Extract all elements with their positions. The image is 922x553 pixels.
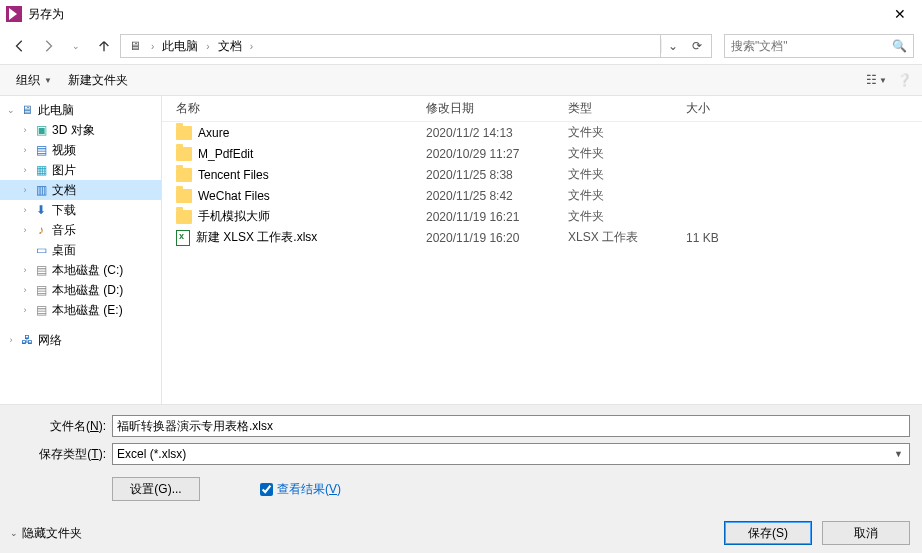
column-headers: 名称 修改日期 类型 大小: [162, 96, 922, 122]
file-rows: Axure2020/11/2 14:13文件夹M_PdfEdit2020/10/…: [162, 122, 922, 248]
toolbar: 组织 ▼ 新建文件夹 ☷▼ ❔: [0, 64, 922, 96]
pc-icon: 🖥: [129, 39, 141, 53]
hide-folders-label: 隐藏文件夹: [22, 525, 82, 542]
organize-label: 组织: [16, 72, 40, 89]
search-box[interactable]: 🔍: [724, 34, 914, 58]
expand-icon[interactable]: ›: [20, 205, 30, 215]
forward-button[interactable]: [36, 34, 60, 58]
tree-disk-d[interactable]: ›▤本地磁盘 (D:): [0, 280, 161, 300]
file-row[interactable]: M_PdfEdit2020/10/29 11:27文件夹: [162, 143, 922, 164]
expand-icon[interactable]: ›: [20, 165, 30, 175]
tree-documents[interactable]: ›▥文档: [0, 180, 161, 200]
expand-icon[interactable]: ⌄: [6, 105, 16, 115]
file-row[interactable]: Axure2020/11/2 14:13文件夹: [162, 122, 922, 143]
col-type[interactable]: 类型: [560, 100, 678, 117]
file-type: 文件夹: [560, 124, 678, 141]
breadcrumb[interactable]: 🖥 › 此电脑 › 文档 ›: [120, 34, 661, 58]
file-type: 文件夹: [560, 208, 678, 225]
tree-3d-objects[interactable]: ›▣3D 对象: [0, 120, 161, 140]
col-size[interactable]: 大小: [678, 100, 778, 117]
refresh-button[interactable]: ⟳: [683, 39, 711, 53]
tree-disk-c[interactable]: ›▤本地磁盘 (C:): [0, 260, 161, 280]
tree-this-pc[interactable]: ⌄ 🖥 此电脑: [0, 100, 161, 120]
tree-label: 本地磁盘 (C:): [52, 262, 123, 279]
new-folder-label: 新建文件夹: [68, 72, 128, 89]
file-date: 2020/10/29 11:27: [418, 147, 560, 161]
file-row[interactable]: 手机模拟大师2020/11/19 16:21文件夹: [162, 206, 922, 227]
tree-videos[interactable]: ›▤视频: [0, 140, 161, 160]
expand-icon[interactable]: ›: [20, 265, 30, 275]
main-area: ⌄ 🖥 此电脑 ›▣3D 对象 ›▤视频 ›▦图片 ›▥文档 ›⬇下载 ›♪音乐…: [0, 96, 922, 404]
cancel-button[interactable]: 取消: [822, 521, 910, 545]
view-icon: ☷: [866, 73, 877, 87]
view-result-label: 查看结果(V): [277, 481, 341, 498]
file-row[interactable]: 新建 XLSX 工作表.xlsx2020/11/19 16:20XLSX 工作表…: [162, 227, 922, 248]
file-name: Tencent Files: [198, 168, 269, 182]
expand-icon[interactable]: ›: [6, 335, 16, 345]
expand-icon[interactable]: ›: [20, 185, 30, 195]
filename-input[interactable]: [112, 415, 910, 437]
tree-label: 文档: [52, 182, 76, 199]
filetype-combo[interactable]: Excel (*.xlsx) ▼: [112, 443, 910, 465]
file-name: Axure: [198, 126, 229, 140]
tree-network[interactable]: ›🖧网络: [0, 330, 161, 350]
back-button[interactable]: [8, 34, 32, 58]
search-icon[interactable]: 🔍: [892, 39, 907, 53]
settings-button[interactable]: 设置(G)...: [112, 477, 200, 501]
folder-icon: [176, 147, 192, 161]
tree-downloads[interactable]: ›⬇下载: [0, 200, 161, 220]
expand-icon[interactable]: ›: [20, 125, 30, 135]
help-button[interactable]: ❔: [897, 73, 912, 87]
crumb-documents[interactable]: 文档: [216, 38, 244, 55]
breadcrumb-dropdown[interactable]: ⌄: [661, 39, 683, 53]
recent-dropdown[interactable]: ⌄: [64, 34, 88, 58]
chevron-right-icon: ›: [200, 41, 215, 52]
expand-icon[interactable]: ›: [20, 285, 30, 295]
search-input[interactable]: [731, 39, 892, 53]
file-date: 2020/11/25 8:38: [418, 168, 560, 182]
close-icon[interactable]: ✕: [884, 2, 916, 26]
save-button[interactable]: 保存(S): [724, 521, 812, 545]
cube-icon: ▣: [33, 122, 49, 138]
view-options-button[interactable]: ☷▼: [866, 73, 887, 87]
download-icon: ⬇: [33, 202, 49, 218]
tree-disk-e[interactable]: ›▤本地磁盘 (E:): [0, 300, 161, 320]
help-icon: ❔: [897, 73, 912, 87]
expand-icon[interactable]: ›: [20, 225, 30, 235]
view-result-input[interactable]: [260, 483, 273, 496]
document-icon: ▥: [33, 182, 49, 198]
network-icon: 🖧: [19, 332, 35, 348]
chevron-right-icon: ›: [145, 41, 160, 52]
expand-icon[interactable]: ›: [20, 305, 30, 315]
tree-pictures[interactable]: ›▦图片: [0, 160, 161, 180]
folder-icon: [176, 210, 192, 224]
tree-music[interactable]: ›♪音乐: [0, 220, 161, 240]
expand-icon[interactable]: ›: [20, 145, 30, 155]
desktop-icon: ▭: [33, 242, 49, 258]
file-name: 新建 XLSX 工作表.xlsx: [196, 229, 317, 246]
disk-icon: ▤: [33, 302, 49, 318]
new-folder-button[interactable]: 新建文件夹: [62, 70, 134, 91]
music-icon: ♪: [33, 222, 49, 238]
hide-folders-toggle[interactable]: ⌄ 隐藏文件夹: [10, 525, 82, 542]
filetype-value: Excel (*.xlsx): [117, 447, 186, 461]
col-date[interactable]: 修改日期: [418, 100, 560, 117]
nav-bar: ⌄ 🖥 › 此电脑 › 文档 › ⌄ ⟳ 🔍: [0, 28, 922, 64]
file-type: 文件夹: [560, 166, 678, 183]
tree-label: 音乐: [52, 222, 76, 239]
col-name[interactable]: 名称: [162, 100, 418, 117]
view-result-checkbox[interactable]: 查看结果(V): [260, 481, 341, 498]
organize-menu[interactable]: 组织 ▼: [10, 70, 58, 91]
crumb-this-pc[interactable]: 此电脑: [160, 38, 200, 55]
chevron-down-icon: ▼: [44, 76, 52, 85]
up-button[interactable]: [92, 34, 116, 58]
chevron-down-icon: ⌄: [10, 528, 18, 538]
tree-desktop[interactable]: ▭桌面: [0, 240, 161, 260]
file-type: XLSX 工作表: [560, 229, 678, 246]
file-row[interactable]: Tencent Files2020/11/25 8:38文件夹: [162, 164, 922, 185]
file-row[interactable]: WeChat Files2020/11/25 8:42文件夹: [162, 185, 922, 206]
folder-icon: [176, 168, 192, 182]
tree-label: 图片: [52, 162, 76, 179]
file-name: 手机模拟大师: [198, 208, 270, 225]
filetype-label: 保存类型(T):: [12, 446, 112, 463]
